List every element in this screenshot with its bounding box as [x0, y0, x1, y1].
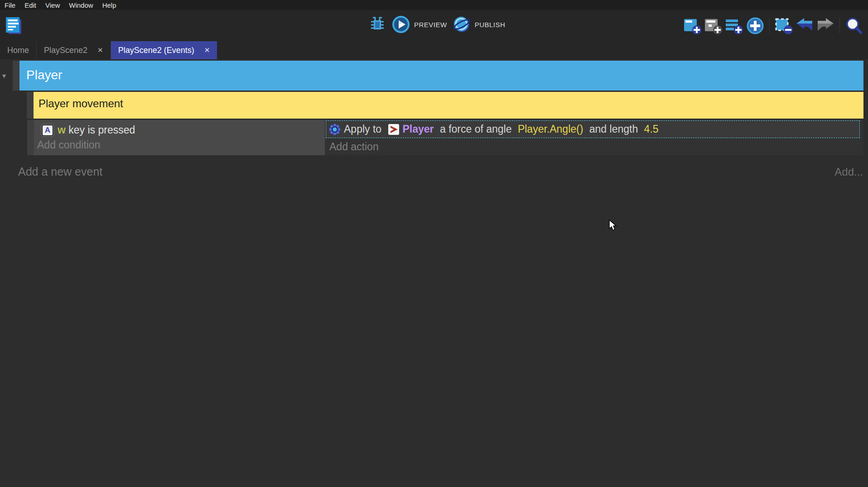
preview-button[interactable]: PREVIEW	[392, 15, 447, 33]
action-text-length: and length	[586, 123, 641, 135]
debugger-button[interactable]	[368, 15, 386, 33]
publish-label: PUBLISH	[475, 21, 506, 29]
menu-file[interactable]: File	[0, 1, 20, 9]
action-text-angle: a force of angle	[437, 123, 515, 135]
group-title: Player	[26, 68, 62, 82]
tab-playscene2-events[interactable]: PlayScene2 (Events) ✕	[111, 41, 217, 59]
condition-key-pressed[interactable]: A w key is pressed	[34, 120, 325, 136]
toolbar-separator	[769, 18, 770, 33]
tab-playscene2[interactable]: PlayScene2 ✕	[37, 41, 111, 59]
comment-event[interactable]: Player movement	[34, 92, 863, 119]
tab-label: Home	[7, 46, 29, 55]
event-drag-handle[interactable]	[27, 120, 34, 155]
conditions-column: A w key is pressed Add condition	[34, 120, 325, 155]
tab-label: PlayScene2	[44, 46, 87, 55]
tab-home[interactable]: Home	[0, 41, 37, 59]
play-icon	[392, 15, 410, 33]
menu-window[interactable]: Window	[64, 1, 97, 9]
keyboard-key-icon: A	[42, 124, 53, 136]
center-toolbar: PREVIEW PUBLISH	[368, 15, 505, 33]
menu-help[interactable]: Help	[98, 1, 121, 9]
project-manager-icon	[5, 16, 23, 35]
comment-drag-handle[interactable]	[27, 92, 34, 119]
add-comment-icon	[725, 17, 743, 35]
tab-label: PlayScene2 (Events)	[118, 46, 194, 55]
add-subevent-button[interactable]	[704, 17, 723, 35]
undo-button[interactable]	[796, 17, 814, 35]
redo-button[interactable]	[816, 17, 834, 35]
add-more-button[interactable]: Add...	[834, 166, 863, 178]
tab-bar: Home PlayScene2 ✕ PlayScene2 (Events) ✕	[0, 41, 868, 59]
toolbar-separator	[839, 18, 840, 33]
events-toolbar	[684, 17, 863, 35]
publish-globe-icon	[453, 15, 471, 33]
preview-label: PREVIEW	[414, 21, 447, 29]
condition-text: w key is pressed	[58, 124, 135, 136]
collapse-group-icon[interactable]: ▾	[2, 72, 6, 80]
condition-sentence: key is pressed	[66, 124, 135, 136]
add-event-button[interactable]	[684, 17, 702, 35]
search-button[interactable]	[845, 17, 863, 35]
events-sheet: ▾ Player Player movement A w key is pres…	[0, 59, 868, 487]
add-condition-button[interactable]: Add condition	[34, 136, 325, 151]
menu-edit[interactable]: Edit	[20, 1, 41, 9]
group-drag-handle[interactable]	[13, 61, 19, 91]
redo-icon	[816, 17, 834, 35]
add-new-event-button[interactable]: Add a new event	[18, 165, 102, 178]
close-tab-icon[interactable]: ✕	[204, 46, 210, 54]
action-apply-to: Apply to	[344, 123, 385, 135]
delete-selection-icon	[775, 17, 793, 35]
menu-bar: File Edit View Window Help	[0, 0, 868, 10]
force-icon	[329, 124, 341, 135]
undo-icon	[796, 17, 814, 35]
choose-and-add-event-button[interactable]	[746, 17, 764, 35]
add-circle-icon	[746, 17, 764, 35]
close-tab-icon[interactable]: ✕	[97, 46, 103, 54]
add-comment-button[interactable]	[725, 17, 743, 35]
player-object-icon	[388, 124, 400, 135]
comment-text: Player movement	[39, 97, 123, 110]
bug-icon	[369, 16, 386, 33]
add-action-button[interactable]: Add action	[329, 141, 379, 153]
project-manager-button[interactable]	[5, 16, 23, 35]
publish-button[interactable]: PUBLISH	[453, 15, 506, 33]
toolbar: PREVIEW PUBLISH	[0, 10, 868, 41]
search-icon	[845, 17, 863, 35]
action-length-value: 4.5	[644, 123, 659, 135]
action-object-name: Player	[403, 123, 434, 135]
delete-selection-button[interactable]	[775, 17, 793, 35]
add-event-icon	[684, 17, 702, 35]
event-group-header[interactable]: Player	[19, 61, 863, 91]
standard-event: A w key is pressed Add condition	[27, 120, 863, 155]
action-angle-expression: Player.Angle()	[518, 123, 583, 135]
actions-column: Apply to Player a force of angle Player.…	[325, 120, 863, 155]
add-subevent-icon	[704, 17, 723, 35]
condition-key-param: w	[58, 124, 66, 136]
menu-view[interactable]: View	[41, 1, 64, 9]
gdevelop-window: File Edit View Window Help	[0, 0, 868, 487]
action-apply-force[interactable]: Apply to Player a force of angle Player.…	[326, 120, 860, 138]
